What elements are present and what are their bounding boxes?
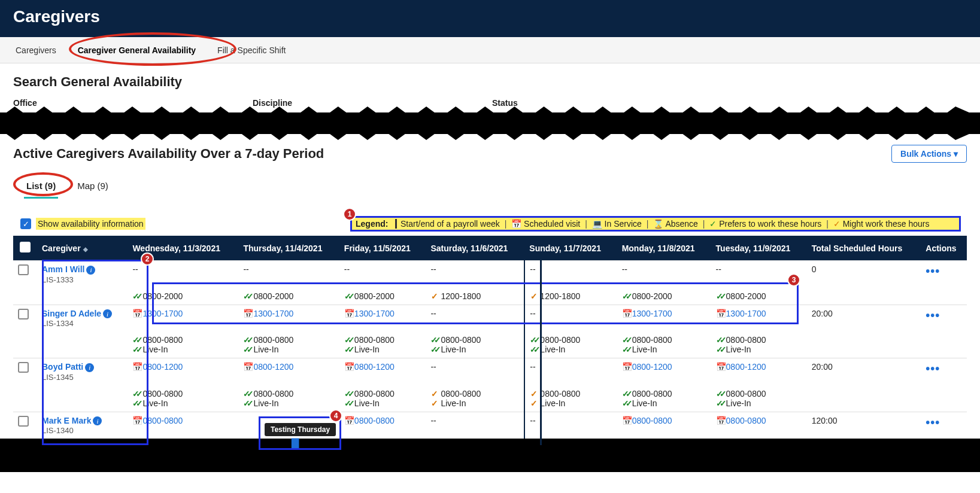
- calendar-icon: 📅: [243, 309, 251, 318]
- subtab-map[interactable]: Map (9): [75, 176, 111, 199]
- prefer-check-icon: ✓: [530, 335, 538, 345]
- header-total: Total Scheduled Hours: [807, 236, 921, 261]
- caregiver-name-link[interactable]: Singer D Adele: [42, 309, 101, 318]
- caregiver-name-link[interactable]: Mark E Mark: [42, 416, 91, 425]
- info-icon[interactable]: i: [103, 309, 112, 318]
- row-checkbox[interactable]: [18, 309, 29, 319]
- caregiver-id: LIS-1345: [42, 373, 74, 382]
- might-check-icon: ✓: [430, 389, 439, 398]
- top-tabs: Caregivers Caregiver General Availabilit…: [0, 37, 980, 63]
- total-hours: 0: [807, 261, 921, 288]
- time-range[interactable]: 1300-1700: [142, 309, 183, 318]
- prefer-check-icon: ✓: [243, 335, 251, 345]
- time-range: 0800-2000: [632, 291, 672, 301]
- time-range[interactable]: 0800-0800: [726, 416, 766, 425]
- prefer-check-icon: ✓: [622, 398, 630, 408]
- legend-label: Legend:: [356, 219, 388, 229]
- time-range: Live-In: [441, 345, 466, 354]
- filter-status-label: Status: [492, 98, 732, 108]
- time-range[interactable]: 0800-0800: [142, 416, 183, 425]
- might-check-icon: ✓: [530, 389, 538, 398]
- info-icon[interactable]: i: [85, 363, 94, 372]
- table-row: Mark E MarkiLIS-1340📅0800-0800📅0800-0800…: [13, 412, 967, 439]
- header-day-4: Sunday, 11/7/2021: [524, 236, 617, 261]
- legend-item-payroll: Start/end of a payroll week: [401, 219, 500, 229]
- tab-general-availability[interactable]: Caregiver General Availability: [75, 39, 198, 61]
- row-actions-menu[interactable]: •••: [926, 264, 940, 278]
- row-actions-menu[interactable]: •••: [926, 309, 940, 322]
- time-range: 0800-0800: [632, 389, 672, 398]
- time-range: Live-In: [726, 398, 751, 408]
- table-row: ✓0800-2000✓0800-2000✓0800-2000✓1200-1800…: [13, 288, 967, 305]
- results-section: Active Caregivers Availability Over a 7-…: [0, 134, 980, 439]
- bulk-actions-button[interactable]: Bulk Actions ▾: [891, 145, 967, 163]
- time-range: 1200-1800: [540, 291, 580, 301]
- legend-item-prefers: Prefers to work these hours: [719, 219, 821, 229]
- prefer-check-icon: ✓: [344, 335, 353, 345]
- calendar-icon: 📅: [622, 309, 630, 318]
- time-range: 0800-0800: [441, 389, 481, 398]
- time-range: Live-In: [540, 398, 565, 408]
- might-check-icon: ✓: [430, 398, 439, 408]
- tab-fill-shift[interactable]: Fill a Specific Shift: [215, 39, 288, 61]
- time-range: Live-In: [142, 398, 168, 408]
- time-range[interactable]: 0800-1200: [632, 362, 672, 372]
- search-section: Search General Availability Office Disci…: [0, 63, 980, 108]
- time-range[interactable]: 1300-1700: [354, 309, 395, 318]
- info-icon[interactable]: i: [86, 266, 95, 275]
- time-range: 0800-0800: [354, 389, 395, 398]
- header-actions: Actions: [921, 236, 967, 261]
- row-checkbox[interactable]: [18, 416, 29, 427]
- time-range: 1200-1800: [441, 291, 481, 301]
- empty-cell: --: [430, 362, 436, 372]
- select-all-checkbox[interactable]: [20, 242, 31, 252]
- show-availability-checkbox[interactable]: ✓: [20, 218, 31, 229]
- torn-divider: [0, 112, 980, 134]
- filter-discipline-label: Discipline: [253, 98, 492, 108]
- time-range[interactable]: 0800-1200: [142, 362, 183, 372]
- show-availability-row: ✓ Show availability information 1 Legend…: [20, 218, 967, 230]
- sub-tabs: List (9) Map (9): [13, 176, 967, 200]
- total-hours: 120:00: [807, 412, 921, 439]
- table-wrapper: 2 3 Caregiver◆ Wednesday, 11/3/2021 Thur…: [13, 236, 967, 439]
- row-actions-menu[interactable]: •••: [926, 416, 940, 429]
- calendar-icon: 📅: [344, 309, 353, 318]
- caregiver-name-link[interactable]: Boyd Patti: [42, 362, 83, 372]
- calendar-icon: 📅: [243, 362, 251, 372]
- legend-container: 1 Legend: Start/end of a payroll week | …: [350, 216, 961, 232]
- time-range: 0800-0800: [142, 389, 183, 398]
- info-icon[interactable]: i: [93, 416, 102, 425]
- time-range: 0800-0800: [726, 389, 766, 398]
- caregiver-name-link[interactable]: Amm I Will: [42, 264, 84, 274]
- header-caregiver[interactable]: Caregiver◆: [37, 236, 128, 261]
- time-range[interactable]: 1300-1700: [632, 309, 672, 318]
- time-range[interactable]: 0800-1200: [253, 362, 293, 372]
- time-range[interactable]: 1300-1700: [726, 309, 766, 318]
- header-day-3: Saturday, 11/6/2021: [426, 236, 524, 261]
- prefer-check-icon: ✓: [716, 291, 724, 301]
- time-range[interactable]: 0800-1200: [354, 362, 395, 372]
- time-range: Live-In: [253, 398, 278, 408]
- time-range: 0800-2000: [142, 291, 183, 301]
- empty-cell: --: [430, 309, 436, 318]
- table-row: Amm I WilliLIS-1333--------------0•••: [13, 261, 967, 288]
- annotation-badge-1: 1: [343, 208, 356, 221]
- time-range[interactable]: 0800-1200: [726, 362, 766, 372]
- row-checkbox[interactable]: [18, 362, 29, 373]
- row-actions-menu[interactable]: •••: [926, 362, 940, 375]
- availability-table: Caregiver◆ Wednesday, 11/3/2021 Thursday…: [13, 236, 967, 439]
- legend-item-absence: Absence: [665, 219, 697, 229]
- time-range: Live-In: [354, 345, 380, 354]
- filter-row: Office Discipline Status: [13, 98, 967, 108]
- time-range: Live-In: [632, 398, 657, 408]
- time-range[interactable]: 0800-0800: [354, 416, 395, 425]
- row-checkbox[interactable]: [18, 264, 29, 275]
- time-range: 0800-0800: [540, 335, 580, 345]
- results-heading: Active Caregivers Availability Over a 7-…: [13, 146, 324, 162]
- sticky-note-icon: ▇: [292, 437, 299, 448]
- time-range[interactable]: 1300-1700: [253, 309, 293, 318]
- time-range[interactable]: 0800-0800: [632, 416, 672, 425]
- time-range: 0800-2000: [253, 291, 293, 301]
- tab-caregivers[interactable]: Caregivers: [13, 39, 59, 61]
- subtab-list[interactable]: List (9): [24, 176, 58, 199]
